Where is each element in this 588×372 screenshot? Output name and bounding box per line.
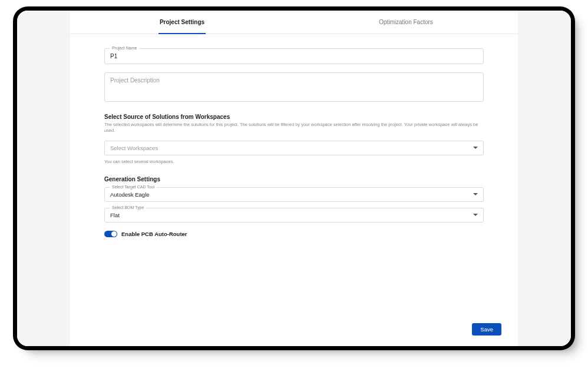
device-frame: Project Settings Optimization Factors Pr…: [17, 11, 571, 346]
bom-type-label: Select BOM Type: [110, 205, 146, 210]
content-area: Project Name Select Source of Solutions …: [70, 34, 518, 323]
cad-tool-label: Select Target CAD Tool: [110, 185, 157, 189]
auto-router-toggle[interactable]: [104, 231, 117, 237]
bom-type-value: Flat: [110, 212, 120, 218]
project-description-textarea[interactable]: [105, 73, 483, 99]
cad-tool-select[interactable]: Select Target CAD Tool Autodesk Eagle: [104, 187, 484, 202]
bom-type-select[interactable]: Select BOM Type Flat: [104, 208, 484, 222]
workspaces-select[interactable]: Select Workspaces: [104, 141, 484, 155]
chevron-down-icon: [473, 147, 478, 149]
tab-project-settings[interactable]: Project Settings: [70, 14, 294, 34]
project-name-input[interactable]: [105, 49, 483, 64]
project-description-field: [104, 72, 484, 102]
chevron-down-icon: [473, 193, 478, 195]
auto-router-row: Enable PCB Auto-Router: [104, 231, 484, 237]
workspaces-heading: Select Source of Solutions from Workspac…: [104, 114, 484, 120]
workspaces-helper: You can select several workspaces.: [104, 159, 484, 164]
app-canvas: Project Settings Optimization Factors Pr…: [17, 11, 571, 346]
workspaces-sub: The selected workspaces will determine t…: [104, 122, 484, 134]
tab-optimization-factors[interactable]: Optimization Factors: [294, 14, 518, 34]
chevron-down-icon: [473, 214, 478, 216]
settings-panel: Project Settings Optimization Factors Pr…: [70, 11, 518, 346]
project-name-field: Project Name: [104, 48, 484, 64]
footer: Save: [70, 323, 518, 346]
save-button[interactable]: Save: [472, 323, 501, 336]
auto-router-label: Enable PCB Auto-Router: [121, 231, 187, 237]
tabs: Project Settings Optimization Factors: [70, 11, 518, 34]
cad-tool-value: Autodesk Eagle: [110, 191, 150, 198]
workspaces-select-placeholder: Select Workspaces: [110, 145, 158, 151]
generation-heading: Generation Settings: [104, 176, 484, 182]
project-name-label: Project Name: [110, 46, 139, 50]
